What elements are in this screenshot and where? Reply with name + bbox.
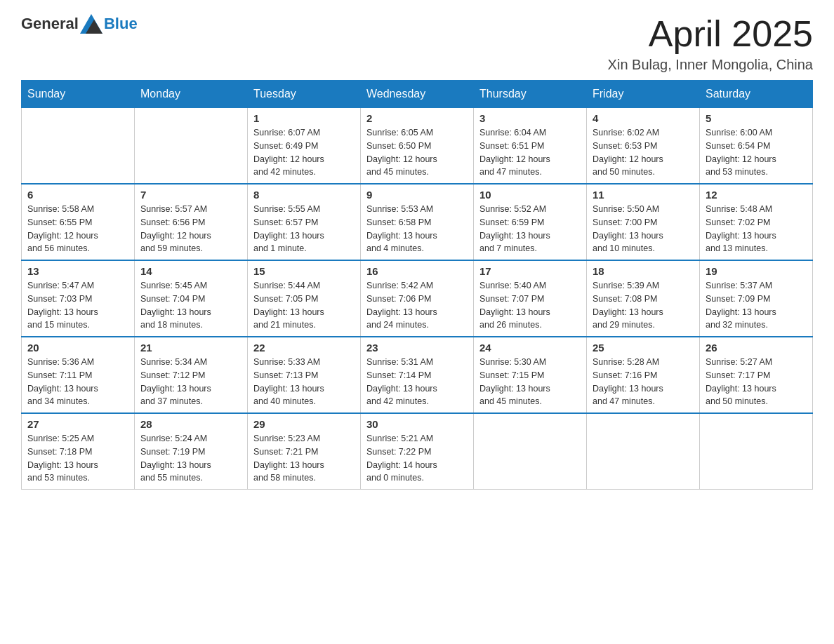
day-number: 24 xyxy=(479,342,581,354)
logo-blue-text: Blue xyxy=(104,15,138,33)
calendar-cell: 11Sunrise: 5:50 AMSunset: 7:00 PMDayligh… xyxy=(587,184,700,260)
day-number: 14 xyxy=(140,265,241,277)
weekday-header-row: SundayMondayTuesdayWednesdayThursdayFrid… xyxy=(22,81,813,108)
calendar-cell: 1Sunrise: 6:07 AMSunset: 6:49 PMDaylight… xyxy=(248,108,361,185)
day-info: Sunrise: 5:44 AMSunset: 7:05 PMDaylight:… xyxy=(253,279,355,332)
day-info: Sunrise: 5:58 AMSunset: 6:55 PMDaylight:… xyxy=(27,203,128,255)
logo-icon xyxy=(80,14,102,34)
day-info: Sunrise: 5:27 AMSunset: 7:17 PMDaylight:… xyxy=(706,356,807,408)
weekday-header-friday: Friday xyxy=(587,81,700,108)
calendar-cell: 27Sunrise: 5:25 AMSunset: 7:18 PMDayligh… xyxy=(22,413,135,490)
day-number: 17 xyxy=(479,265,581,277)
day-number: 27 xyxy=(27,418,128,430)
day-number: 29 xyxy=(253,418,355,430)
calendar-cell: 18Sunrise: 5:39 AMSunset: 7:08 PMDayligh… xyxy=(587,260,700,337)
calendar-cell: 22Sunrise: 5:33 AMSunset: 7:13 PMDayligh… xyxy=(248,337,361,413)
day-info: Sunrise: 5:23 AMSunset: 7:21 PMDaylight:… xyxy=(253,432,355,485)
day-number: 15 xyxy=(253,265,355,277)
calendar-cell: 25Sunrise: 5:28 AMSunset: 7:16 PMDayligh… xyxy=(587,337,700,413)
day-info: Sunrise: 5:36 AMSunset: 7:11 PMDaylight:… xyxy=(27,356,128,408)
day-info: Sunrise: 5:28 AMSunset: 7:16 PMDaylight:… xyxy=(593,356,694,408)
calendar-table: SundayMondayTuesdayWednesdayThursdayFrid… xyxy=(21,80,813,490)
day-number: 28 xyxy=(140,418,241,430)
calendar-cell: 24Sunrise: 5:30 AMSunset: 7:15 PMDayligh… xyxy=(474,337,587,413)
logo: General Blue xyxy=(21,14,138,34)
weekday-header-wednesday: Wednesday xyxy=(361,81,474,108)
week-row-2: 6Sunrise: 5:58 AMSunset: 6:55 PMDaylight… xyxy=(22,184,813,260)
day-number: 3 xyxy=(479,112,581,124)
month-title: April 2025 xyxy=(608,14,813,54)
day-number: 21 xyxy=(140,342,241,354)
day-number: 2 xyxy=(366,112,468,124)
day-info: Sunrise: 6:07 AMSunset: 6:49 PMDaylight:… xyxy=(253,126,355,179)
day-number: 13 xyxy=(27,265,128,277)
day-number: 7 xyxy=(140,189,241,201)
day-info: Sunrise: 6:05 AMSunset: 6:50 PMDaylight:… xyxy=(366,126,468,179)
day-number: 30 xyxy=(366,418,468,430)
weekday-header-sunday: Sunday xyxy=(22,81,135,108)
week-row-5: 27Sunrise: 5:25 AMSunset: 7:18 PMDayligh… xyxy=(22,413,813,490)
calendar-cell: 29Sunrise: 5:23 AMSunset: 7:21 PMDayligh… xyxy=(248,413,361,490)
day-number: 26 xyxy=(706,342,807,354)
calendar-cell: 9Sunrise: 5:53 AMSunset: 6:58 PMDaylight… xyxy=(361,184,474,260)
week-row-3: 13Sunrise: 5:47 AMSunset: 7:03 PMDayligh… xyxy=(22,260,813,337)
day-number: 9 xyxy=(366,189,468,201)
calendar-cell xyxy=(474,413,587,490)
day-number: 10 xyxy=(479,189,581,201)
day-info: Sunrise: 5:45 AMSunset: 7:04 PMDaylight:… xyxy=(140,279,241,332)
calendar-cell xyxy=(22,108,135,185)
day-number: 25 xyxy=(593,342,694,354)
weekday-header-thursday: Thursday xyxy=(474,81,587,108)
day-number: 20 xyxy=(27,342,128,354)
day-info: Sunrise: 6:02 AMSunset: 6:53 PMDaylight:… xyxy=(593,126,694,179)
logo-general-text: General xyxy=(21,15,79,33)
day-info: Sunrise: 5:53 AMSunset: 6:58 PMDaylight:… xyxy=(366,203,468,255)
calendar-cell: 23Sunrise: 5:31 AMSunset: 7:14 PMDayligh… xyxy=(361,337,474,413)
calendar-cell: 8Sunrise: 5:55 AMSunset: 6:57 PMDaylight… xyxy=(248,184,361,260)
day-info: Sunrise: 5:40 AMSunset: 7:07 PMDaylight:… xyxy=(479,279,581,332)
day-number: 8 xyxy=(253,189,355,201)
calendar-cell: 28Sunrise: 5:24 AMSunset: 7:19 PMDayligh… xyxy=(135,413,248,490)
day-info: Sunrise: 5:52 AMSunset: 6:59 PMDaylight:… xyxy=(479,203,581,255)
day-number: 12 xyxy=(706,189,807,201)
day-info: Sunrise: 6:00 AMSunset: 6:54 PMDaylight:… xyxy=(706,126,807,179)
calendar-cell: 7Sunrise: 5:57 AMSunset: 6:56 PMDaylight… xyxy=(135,184,248,260)
calendar-cell xyxy=(135,108,248,185)
day-info: Sunrise: 5:55 AMSunset: 6:57 PMDaylight:… xyxy=(253,203,355,255)
calendar-cell: 13Sunrise: 5:47 AMSunset: 7:03 PMDayligh… xyxy=(22,260,135,337)
day-info: Sunrise: 5:25 AMSunset: 7:18 PMDaylight:… xyxy=(27,432,128,485)
day-info: Sunrise: 5:21 AMSunset: 7:22 PMDaylight:… xyxy=(366,432,468,485)
day-info: Sunrise: 6:04 AMSunset: 6:51 PMDaylight:… xyxy=(479,126,581,179)
day-number: 18 xyxy=(593,265,694,277)
day-info: Sunrise: 5:50 AMSunset: 7:00 PMDaylight:… xyxy=(593,203,694,255)
calendar-cell: 4Sunrise: 6:02 AMSunset: 6:53 PMDaylight… xyxy=(587,108,700,185)
calendar-cell: 19Sunrise: 5:37 AMSunset: 7:09 PMDayligh… xyxy=(700,260,813,337)
calendar-cell: 6Sunrise: 5:58 AMSunset: 6:55 PMDaylight… xyxy=(22,184,135,260)
day-number: 11 xyxy=(593,189,694,201)
day-info: Sunrise: 5:42 AMSunset: 7:06 PMDaylight:… xyxy=(366,279,468,332)
calendar-cell: 14Sunrise: 5:45 AMSunset: 7:04 PMDayligh… xyxy=(135,260,248,337)
day-info: Sunrise: 5:30 AMSunset: 7:15 PMDaylight:… xyxy=(479,356,581,408)
calendar-cell: 3Sunrise: 6:04 AMSunset: 6:51 PMDaylight… xyxy=(474,108,587,185)
day-info: Sunrise: 5:48 AMSunset: 7:02 PMDaylight:… xyxy=(706,203,807,255)
calendar-cell xyxy=(587,413,700,490)
day-info: Sunrise: 5:39 AMSunset: 7:08 PMDaylight:… xyxy=(593,279,694,332)
day-number: 1 xyxy=(253,112,355,124)
calendar-cell: 21Sunrise: 5:34 AMSunset: 7:12 PMDayligh… xyxy=(135,337,248,413)
location-title: Xin Bulag, Inner Mongolia, China xyxy=(608,57,813,73)
day-info: Sunrise: 5:47 AMSunset: 7:03 PMDaylight:… xyxy=(27,279,128,332)
day-info: Sunrise: 5:34 AMSunset: 7:12 PMDaylight:… xyxy=(140,356,241,408)
calendar-cell: 2Sunrise: 6:05 AMSunset: 6:50 PMDaylight… xyxy=(361,108,474,185)
day-number: 22 xyxy=(253,342,355,354)
calendar-cell: 20Sunrise: 5:36 AMSunset: 7:11 PMDayligh… xyxy=(22,337,135,413)
day-number: 5 xyxy=(706,112,807,124)
day-number: 4 xyxy=(593,112,694,124)
day-number: 16 xyxy=(366,265,468,277)
weekday-header-saturday: Saturday xyxy=(700,81,813,108)
week-row-4: 20Sunrise: 5:36 AMSunset: 7:11 PMDayligh… xyxy=(22,337,813,413)
calendar-cell: 17Sunrise: 5:40 AMSunset: 7:07 PMDayligh… xyxy=(474,260,587,337)
weekday-header-tuesday: Tuesday xyxy=(248,81,361,108)
calendar-cell: 26Sunrise: 5:27 AMSunset: 7:17 PMDayligh… xyxy=(700,337,813,413)
calendar-cell: 30Sunrise: 5:21 AMSunset: 7:22 PMDayligh… xyxy=(361,413,474,490)
calendar-cell: 10Sunrise: 5:52 AMSunset: 6:59 PMDayligh… xyxy=(474,184,587,260)
